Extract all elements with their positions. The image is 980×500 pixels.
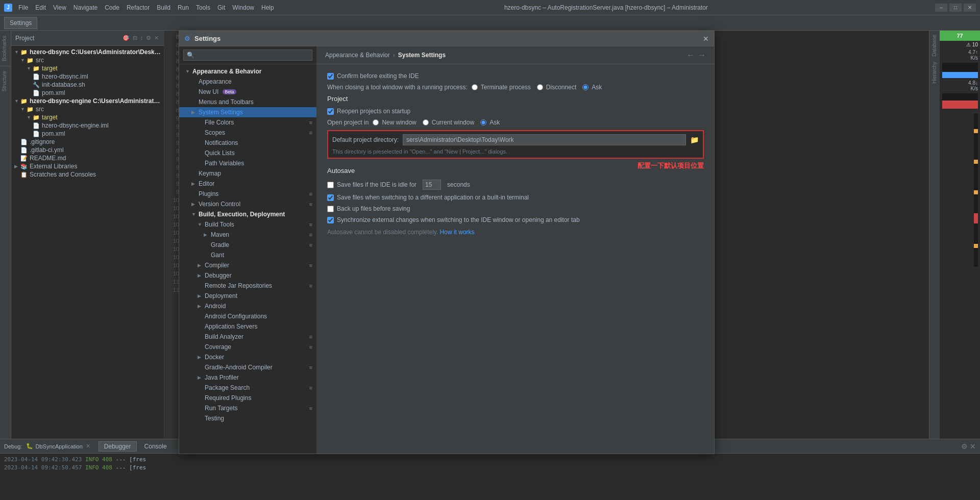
dialog-close-button[interactable]: ✕	[703, 35, 709, 43]
ask-closing-radio[interactable]	[582, 84, 589, 90]
settings-tree-item[interactable]: ▶Debugger	[179, 270, 316, 281]
settings-tree-item[interactable]: ▶Deployment	[179, 291, 316, 301]
menu-edit[interactable]: Edit	[32, 3, 49, 12]
settings-tree-item[interactable]: ▼Appearance & Behavior	[179, 66, 316, 77]
menu-run[interactable]: Run	[175, 3, 192, 12]
settings-tree-item[interactable]: ▶Editor	[179, 179, 316, 189]
backup-label[interactable]: Back up files before saving	[327, 205, 410, 212]
settings-tree-item[interactable]: Build Analyzer≡	[179, 332, 316, 342]
settings-tree-item[interactable]: Run Targets≡	[179, 403, 316, 413]
menu-file[interactable]: File	[15, 3, 31, 12]
settings-tree-item[interactable]: Quick Lists	[179, 148, 316, 158]
ask-closing-label[interactable]: Ask	[582, 84, 602, 91]
maximize-button[interactable]: □	[949, 4, 962, 12]
project-tree-item[interactable]: 📄.gitignore	[11, 138, 164, 146]
settings-tree-item[interactable]: Notifications	[179, 138, 316, 148]
project-tree-item[interactable]: 📄pom.xml	[11, 89, 164, 97]
debugger-tab[interactable]: Debugger	[99, 441, 137, 452]
close-sidebar-icon[interactable]: ✕	[153, 34, 160, 42]
menu-help[interactable]: Help	[258, 3, 277, 12]
sort-icon[interactable]: ↕	[139, 34, 144, 42]
right-vtab-database[interactable]: Database	[930, 33, 938, 59]
settings-tree-item[interactable]: ▼Build Tools≡	[179, 219, 316, 230]
save-switching-label[interactable]: Save files when switching to a different…	[327, 194, 529, 201]
how-it-works-link[interactable]: How it works	[440, 229, 475, 236]
menu-view[interactable]: View	[50, 3, 69, 12]
settings-tree-item[interactable]: Gant	[179, 250, 316, 260]
project-tree-item[interactable]: ▼📁src	[11, 56, 164, 64]
project-tree-item[interactable]: 📄pom.xml	[11, 130, 164, 138]
ask-open-label[interactable]: Ask	[480, 119, 500, 126]
directory-input[interactable]	[403, 134, 686, 145]
terminate-label[interactable]: Terminate process	[472, 84, 531, 91]
settings-tree-item[interactable]: New UIBeta	[179, 87, 316, 97]
left-vtab-structure[interactable]: Structure	[0, 68, 11, 95]
settings-tree-item[interactable]: Application Servers	[179, 321, 316, 332]
collapse-icon[interactable]: ⊟	[132, 34, 138, 42]
terminate-radio[interactable]	[472, 84, 478, 90]
settings-tree-item[interactable]: Testing	[179, 413, 316, 423]
save-idle-input[interactable]	[423, 180, 441, 190]
settings-tree-item[interactable]: Gradle≡	[179, 240, 316, 250]
settings-tree-item[interactable]: ▶Docker	[179, 352, 316, 362]
project-tree-item[interactable]: 📄hzero-dbsync.iml	[11, 72, 164, 81]
menu-window[interactable]: Window	[229, 3, 257, 12]
current-window-radio[interactable]	[423, 119, 429, 126]
menu-git[interactable]: Git	[214, 3, 228, 12]
save-idle-checkbox[interactable]	[327, 182, 334, 188]
settings-tree-item[interactable]: ▶Compiler≡	[179, 260, 316, 270]
settings-search-input[interactable]	[183, 49, 312, 61]
confirm-exit-label[interactable]: Confirm before exiting the IDE	[327, 72, 419, 80]
settings-icon[interactable]: ⚙	[145, 34, 152, 42]
project-tree-item[interactable]: 📄.gitlab-ci.yml	[11, 146, 164, 154]
console-tab[interactable]: Console	[139, 441, 173, 452]
menu-code[interactable]: Code	[102, 3, 122, 12]
settings-tree-item[interactable]: Plugins≡	[179, 189, 316, 199]
window-controls[interactable]: – □ ✕	[935, 4, 976, 12]
project-tree-item[interactable]: ▼📁target	[11, 113, 164, 121]
reopen-projects-checkbox[interactable]	[327, 108, 334, 115]
settings-tree-item[interactable]: Coverage≡	[179, 342, 316, 352]
back-icon[interactable]: ←	[687, 51, 695, 60]
sync-external-label[interactable]: Synchronize external changes when switch…	[327, 216, 580, 223]
current-window-label[interactable]: Current window	[423, 119, 474, 126]
settings-tree-item[interactable]: ▶Android	[179, 301, 316, 311]
menu-refactor[interactable]: Refactor	[124, 3, 153, 12]
ask-open-radio[interactable]	[480, 119, 486, 126]
save-switching-checkbox[interactable]	[327, 194, 334, 201]
menu-tools[interactable]: Tools	[193, 3, 213, 12]
settings-tree-item[interactable]: Remote Jar Repositories≡	[179, 281, 316, 291]
project-tree-item[interactable]: ▼📁src	[11, 105, 164, 113]
sync-external-checkbox[interactable]	[327, 217, 334, 223]
project-tree-item[interactable]: ▼📁target	[11, 64, 164, 72]
project-tree-item[interactable]: 📝README.md	[11, 154, 164, 162]
left-vtab-bookmarks[interactable]: Bookmarks	[0, 33, 11, 64]
settings-tree-item[interactable]: Package Search≡	[179, 383, 316, 393]
close-bottom-icon[interactable]: ✕	[970, 442, 976, 451]
settings-tree-item[interactable]: Appearance	[179, 77, 316, 87]
project-tree-item[interactable]: 🔧init-database.sh	[11, 81, 164, 89]
settings-tree-item[interactable]: ▼Build, Execution, Deployment	[179, 209, 316, 219]
settings-tree-item[interactable]: ▶Maven≡	[179, 230, 316, 240]
settings-tree-item[interactable]: Menus and Toolbars	[179, 97, 316, 107]
settings-tree-item[interactable]: Gradle-Android Compiler≡	[179, 362, 316, 372]
settings-tree-item[interactable]: Android Configurations	[179, 311, 316, 321]
menu-build[interactable]: Build	[154, 3, 174, 12]
menu-navigate[interactable]: Navigate	[70, 3, 101, 12]
reopen-projects-label[interactable]: Reopen projects on startup	[327, 108, 410, 115]
project-tree-item[interactable]: 📋Scratches and Consoles	[11, 170, 164, 179]
settings-tree-item[interactable]: Keymap	[179, 168, 316, 179]
settings-tree-item[interactable]: Scopes≡	[179, 128, 316, 138]
browse-directory-icon[interactable]: 📁	[690, 136, 699, 144]
tab-settings[interactable]: Settings	[4, 17, 37, 29]
disconnect-radio[interactable]	[537, 84, 543, 90]
debug-close-icon[interactable]: ✕	[86, 443, 90, 449]
forward-icon[interactable]: →	[698, 51, 706, 60]
project-tree-item[interactable]: 📄hzero-dbsync-engine.iml	[11, 121, 164, 130]
settings-bottom-icon[interactable]: ⚙	[961, 442, 968, 451]
project-tree-item[interactable]: ▼📁hzero-dbsync-engine C:\Users\Administr…	[11, 97, 164, 105]
settings-tree-item[interactable]: File Colors≡	[179, 117, 316, 128]
minimize-button[interactable]: –	[935, 4, 947, 12]
close-button[interactable]: ✕	[964, 4, 976, 12]
settings-tree-item[interactable]: ▶Java Profiler	[179, 372, 316, 383]
